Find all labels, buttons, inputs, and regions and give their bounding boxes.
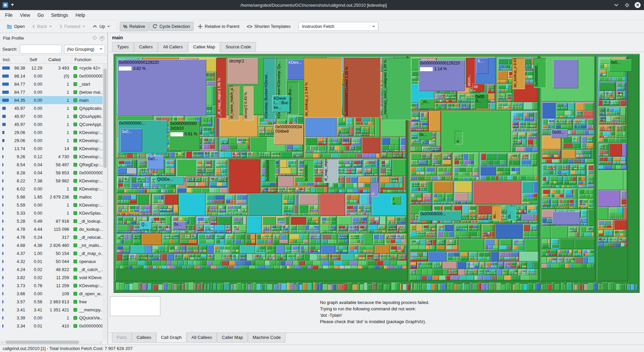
relative-toggle[interactable]: % Relative (120, 22, 148, 31)
up-dropdown-icon[interactable] (107, 26, 110, 27)
maximize-button[interactable] (624, 2, 630, 8)
treemap-block[interactable] (553, 59, 578, 88)
treemap-block[interactable]: 0x0... (147, 156, 164, 169)
table-row[interactable]: 8.227.3858 982KDevelop::... (0, 177, 103, 185)
treemap-block[interactable]: 0x00000000001292201.14 % (419, 60, 465, 91)
treemap-block[interactable]: 0x... (173, 221, 186, 229)
table-row[interactable]: 84.770.001(below mai... (0, 88, 103, 96)
table-row[interactable]: 3.340.014100x00000000... (0, 322, 103, 330)
tab-all-callees[interactable]: All Callees (187, 333, 217, 343)
treemap-block[interactable]: 0x0000000034034be8 (274, 124, 304, 145)
treemap-block[interactable]: 0x0... (120, 129, 142, 151)
treemap-block[interactable]: 0x00000000001292203.82 % (117, 59, 206, 116)
table-row[interactable]: 3.390.001QQuickVie... (0, 314, 103, 322)
treemap-block[interactable]: 0x000000000461... (265, 160, 275, 183)
table-row[interactable]: 5.330.001KDevSplas... (0, 209, 103, 217)
table-row[interactable]: 3.413.411 351 421__memcpy... (0, 306, 103, 314)
float-button[interactable] (93, 36, 96, 40)
treemap-block[interactable]: 0x00000000... (419, 211, 462, 220)
treemap-block[interactable]: 0x00000000... (534, 58, 546, 88)
treemap-block[interactable]: do... (492, 206, 501, 220)
treemap-block[interactable]: 0x000000000031d4e0 1.28 % (344, 58, 381, 118)
tab-machine-code[interactable]: Machine Code (248, 333, 285, 343)
dock-close-button[interactable]: ✕ (100, 35, 104, 41)
table-row[interactable]: 29.060.001KDevelop::... (0, 128, 103, 136)
treemap-block[interactable]: 0x... (506, 206, 516, 220)
treemap-block[interactable]: __memcpy_sse2_unaligned 1.39 % (382, 58, 411, 120)
close-button[interactable]: ✕ (635, 2, 641, 8)
table-row[interactable]: 9.260.124 730KDevelop::... (0, 152, 103, 161)
minimize-button[interactable] (613, 2, 619, 8)
tab-parts[interactable]: Parts (112, 333, 131, 343)
column-header-self[interactable]: Self (27, 55, 46, 63)
tab-callee-map[interactable]: Callee Map (188, 42, 220, 52)
table-row[interactable]: 4.784.44115 096do_lookup... (0, 225, 103, 233)
menu-file[interactable]: File (1, 11, 16, 19)
table-row[interactable]: 4.760.24317_dl_relocat... (0, 233, 103, 241)
forward-dropdown-icon[interactable] (83, 26, 85, 27)
column-header-function[interactable]: Function (72, 55, 107, 63)
table-row[interactable]: 5.280.4987 916_dl_lookup... (0, 217, 103, 225)
treemap-block[interactable]: _m... (420, 99, 435, 109)
table-row[interactable]: 4.320.0150 044openaux (0, 257, 103, 265)
scroll-left-icon[interactable]: ‹ (1, 340, 3, 345)
search-input[interactable] (20, 45, 62, 54)
treemap-block[interactable]: 0x0... (609, 59, 632, 72)
table-row[interactable]: 45.970.001QGuiApplic... (0, 112, 103, 120)
treemap-block[interactable]: 0x... (418, 132, 432, 140)
table-row[interactable]: 84.350.001main (0, 96, 103, 104)
shorten-templates-toggle[interactable]: <> Shorten Templates (244, 22, 294, 31)
treemap-block[interactable]: dl_map_object_... (323, 159, 338, 183)
table-row[interactable]: 45.970.001QCoreAppl... (0, 120, 103, 128)
tab-callers[interactable]: Callers (134, 42, 158, 52)
treemap-block[interactable]: QIODe... (156, 176, 184, 185)
tab-source-code[interactable]: Source Code (220, 42, 256, 52)
menu-settings[interactable]: Settings (47, 11, 72, 19)
treemap-block[interactable] (552, 212, 580, 225)
up-button[interactable]: Up (89, 22, 113, 31)
grouping-combobox[interactable]: (No Grouping) (64, 45, 105, 54)
relative-to-parent-toggle[interactable]: Relative to Parent (194, 22, 243, 31)
treemap-block[interactable]: 0x000000... (304, 160, 314, 183)
table-row[interactable]: 3.570.562 863 813free (0, 298, 103, 306)
back-button[interactable]: Back (29, 22, 55, 31)
table-row[interactable]: 29.060.001KDevelop::... (0, 136, 103, 144)
table-row[interactable]: 5.590.001KDevelop::... (0, 201, 103, 209)
treemap-block[interactable]: 0x000... (474, 94, 488, 108)
forward-button[interactable]: Forward (56, 22, 89, 31)
treemap-block[interactable]: do_lookup_x 0.43 % (512, 58, 525, 89)
callee-map[interactable]: 0x00000000001292203.82 %_dl_map_object 1… (113, 54, 640, 293)
menu-go[interactable]: Go (34, 11, 48, 19)
menu-help[interactable]: Help (72, 11, 89, 19)
treemap-block[interactable]: Q... (140, 221, 151, 229)
table-row[interactable]: 86.140.00(0)0x00000000... (0, 72, 103, 80)
treemap-block[interactable]: strc... (472, 84, 484, 92)
treemap-block[interactable]: 0x00... (551, 129, 568, 138)
treemap-block[interactable]: do_lookup_x 1.44 % (304, 58, 342, 118)
horizontal-scrollbar[interactable]: ‹ › (0, 340, 103, 345)
tab-call-graph[interactable]: Call Graph (156, 333, 186, 343)
vertical-scrollbar[interactable] (103, 64, 107, 340)
treemap-block[interactable]: d... (455, 131, 463, 144)
event-type-combobox[interactable]: Instruction Fetch (299, 22, 378, 31)
table-row[interactable]: 4.371.0050 154_dl_map_o... (0, 249, 103, 257)
table-row[interactable]: 4.240.0248 822_dl_catch_... (0, 265, 103, 273)
menu-view[interactable]: View (16, 11, 34, 19)
table-row[interactable]: 98.3812.293 493<cycle 42> (0, 64, 103, 72)
column-header-called[interactable]: Called (46, 55, 72, 63)
table-row[interactable]: 6.020.001KDevelop::... (0, 185, 103, 193)
table-row[interactable]: 4.684.382 826 460_int_mallo... (0, 241, 103, 249)
back-dropdown-icon[interactable] (49, 26, 52, 27)
treemap-block[interactable]: in... (392, 196, 401, 205)
table-row[interactable]: 84.770.001_start (0, 80, 103, 88)
treemap-block[interactable]: _dl_map_object 1.96 % (216, 58, 227, 118)
horizontal-scrollbar-thumb[interactable] (5, 341, 79, 344)
treemap-block[interactable]: 0x00000000002d1b100.61 % (169, 121, 200, 150)
vertical-scrollbar-thumb[interactable] (103, 69, 107, 168)
open-button[interactable]: Open (3, 22, 28, 31)
treemap-block[interactable]: KDev... (287, 59, 306, 80)
scroll-right-icon[interactable]: › (100, 340, 101, 345)
tab-types[interactable]: Types (112, 42, 134, 52)
treemap-block[interactable]: KDevel... ::Bucke... (272, 95, 290, 112)
table-row[interactable]: 13.740.0014KDevelop::... (0, 144, 103, 152)
